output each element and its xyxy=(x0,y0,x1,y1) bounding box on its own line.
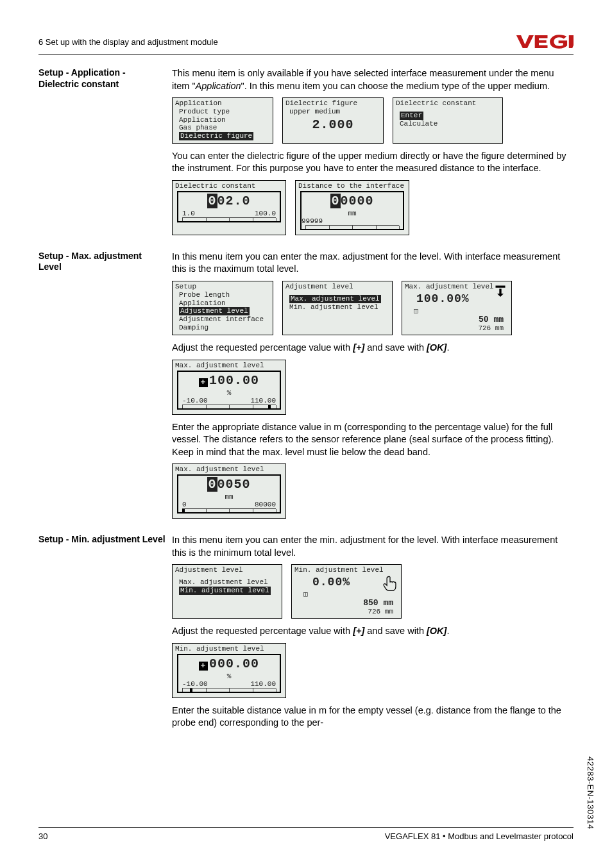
header-section: 6 Set up with the display and adjustment… xyxy=(38,37,218,47)
vessel-icon: ◫ xyxy=(303,590,310,598)
page-footer: 30 VEGAFLEX 81 • Modbus and Levelmaster … xyxy=(38,827,574,841)
section-title-min-adjust: Setup - Min. adjustment Level xyxy=(38,534,166,546)
lcd-adjustment-level-menu: Adjustment level Max. adjustment level M… xyxy=(282,281,393,335)
para-s2-1: In this menu item you can enter the max.… xyxy=(172,251,574,276)
level-indicator-icon xyxy=(493,284,507,297)
lcd-dielectric-figure: Dielectric figure upper medium 2.000 xyxy=(282,97,384,144)
para-s1-1: This menu item is only available if you … xyxy=(172,67,574,92)
document-code: 42283-EN-130314 xyxy=(586,756,595,830)
lcd-adjustment-level-menu-2: Adjustment level Max. adjustment level M… xyxy=(172,564,282,619)
lcd-max-adjustment-edit-pct: Max. adjustment level +100.00 % -10.0011… xyxy=(172,360,286,415)
lcd-max-adjustment-edit-dist: Max. adjustment level 00050 mm 080000 xyxy=(172,463,286,519)
page-header: 6 Set up with the display and adjustment… xyxy=(38,32,574,54)
para-s3-1: In this menu item you can enter the min.… xyxy=(172,534,574,559)
page-number: 30 xyxy=(38,831,47,841)
section-title-dielectric: Setup - Application - Dielectric constan… xyxy=(38,67,166,90)
hand-pointer-icon xyxy=(382,575,398,592)
para-s3-2: Adjust the requested percentage value wi… xyxy=(172,625,574,638)
lcd-max-adjustment-view: Max. adjustment level 100.00% ◫ 50 mm 72… xyxy=(402,281,512,335)
brand-logo xyxy=(516,32,574,51)
para-s3-3: Enter the suitable distance value in m f… xyxy=(172,705,574,730)
plus-icon: + xyxy=(199,662,208,671)
lcd-setup-menu: Setup Probe length Application Adjustmen… xyxy=(172,281,273,335)
lcd-dielectric-constant-menu: Dielectric constant Enter Calculate xyxy=(393,97,503,144)
para-s2-2: Adjust the requested percentage value wi… xyxy=(172,342,574,355)
lcd-application-menu: Application Product type Application Gas… xyxy=(172,97,273,144)
para-s1-2: You can enter the dielectric figure of t… xyxy=(172,150,574,175)
para-s2-3: Enter the appropriate distance value in … xyxy=(172,421,574,459)
lcd-min-adjustment-view: Min. adjustment level 0.00% ◫ 850 mm 726… xyxy=(291,564,402,619)
vega-logo-icon xyxy=(516,32,574,51)
section-title-max-adjust: Setup - Max. adjustment Level xyxy=(38,251,166,273)
vessel-icon: ◫ xyxy=(414,306,420,315)
plus-icon: + xyxy=(199,378,208,387)
footer-doc-title: VEGAFLEX 81 • Modbus and Levelmaster pro… xyxy=(385,831,574,841)
lcd-distance-interface-edit: Distance to the interface 00000 mm 99999 xyxy=(295,180,409,235)
lcd-min-adjustment-edit-pct: Min. adjustment level +000.00 % -10.0011… xyxy=(172,643,286,698)
lcd-dielectric-constant-edit: Dielectric constant 0002.002.0 1.0100.0 xyxy=(172,180,286,235)
